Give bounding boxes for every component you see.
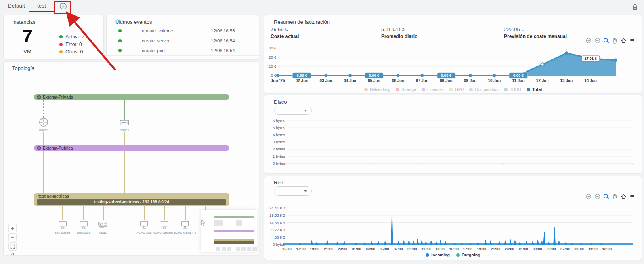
menu-icon[interactable] <box>629 194 635 199</box>
svg-text:01:00: 01:00 <box>352 247 361 251</box>
topology-zoom-in-button[interactable]: + <box>8 224 17 232</box>
zoom-in-icon[interactable] <box>586 38 592 44</box>
svg-text:02 Jun: 02 Jun <box>296 78 308 83</box>
legend-dot-icon <box>449 88 453 91</box>
instances-title: Instancias <box>12 19 36 25</box>
legend-dot-icon <box>469 88 473 91</box>
tab-default[interactable]: Default <box>8 3 25 9</box>
svg-text:14.65 KB: 14.65 KB <box>269 220 285 225</box>
port-node[interactable] <box>120 120 129 127</box>
event-row[interactable]: update_volume 12/06 16:55 <box>107 26 259 36</box>
chevron-down-icon <box>304 190 307 192</box>
svg-text:20 €: 20 € <box>269 55 277 59</box>
topology-fit-view-button[interactable] <box>8 242 17 251</box>
svg-text:08 Jun: 08 Jun <box>440 78 453 83</box>
billing-chart[interactable]: 0 €10 €20 €30 €Jun '2502 Jun03 Jun04 Jun… <box>267 44 639 86</box>
network-externa-privada[interactable]: Externa-Privada <box>34 94 229 100</box>
zoom-select-icon[interactable] <box>603 38 609 44</box>
svg-text:4 bytes: 4 bytes <box>273 133 285 137</box>
svg-text:0.00 €: 0.00 € <box>513 73 524 78</box>
legend-item-total[interactable]: Total <box>527 87 542 92</box>
svg-text:07:00: 07:00 <box>560 247 570 251</box>
link-router-externa-privada <box>43 100 44 118</box>
legend-item-networking[interactable]: Networking <box>364 87 391 92</box>
tab-test[interactable]: test <box>29 3 55 9</box>
vm-unit-label: VM <box>15 49 39 55</box>
status-other: Otros: 0 <box>59 48 84 55</box>
svg-text:13:00: 13:00 <box>602 247 612 251</box>
events-title: Últimos eventos <box>115 19 152 25</box>
legend-item-incoming[interactable]: Incoming <box>426 253 450 257</box>
zoom-out-icon[interactable] <box>594 38 600 44</box>
svg-text:21:00: 21:00 <box>491 247 501 251</box>
legend-item-outgoing[interactable]: Outgoing <box>456 253 480 257</box>
event-row[interactable]: create_server 12/06 16:54 <box>107 36 259 46</box>
globe-icon <box>37 146 41 150</box>
disk-chart[interactable]: 6 bytes5 bytes4 bytes3 bytes2 bytes1 byt… <box>267 118 639 168</box>
link-vm-subnet <box>144 206 145 220</box>
svg-text:07 Jun: 07 Jun <box>416 78 428 83</box>
svg-text:10 Jun: 10 Jun <box>488 78 501 83</box>
legend-item-licenses[interactable]: Licenses <box>422 87 443 92</box>
vm-label: gpu1 <box>89 231 117 234</box>
billing-chart-toolbar <box>586 38 635 44</box>
subnet-bar[interactable]: testing-subred-metricas - 192.168.0.0/24 <box>37 199 226 205</box>
link-vm-subnet <box>83 206 84 220</box>
home-icon[interactable] <box>621 194 627 199</box>
network-testing-metricas[interactable]: testing-metricas testing-subred-metricas… <box>34 193 229 206</box>
network-externa-publica[interactable]: Externa-Publica <box>34 145 229 151</box>
legend-item-computation[interactable]: Computation <box>469 87 499 92</box>
pan-icon[interactable] <box>612 38 618 44</box>
svg-text:19:00: 19:00 <box>477 247 487 251</box>
zoom-out-icon[interactable] <box>594 194 600 199</box>
topology-refresh-button[interactable] <box>8 251 17 255</box>
svg-text:04 Jun: 04 Jun <box>344 78 356 83</box>
zoom-in-icon[interactable] <box>586 194 592 199</box>
add-tab-button[interactable] <box>58 2 68 11</box>
link-port-externa-privada <box>124 100 125 120</box>
lock-icon[interactable] <box>632 4 638 11</box>
svg-text:15:00: 15:00 <box>449 247 459 251</box>
network-chart-toolbar <box>586 194 635 199</box>
active-tab-underline <box>29 11 55 12</box>
green-dot-icon <box>456 253 460 257</box>
topology-zoom-out-button[interactable]: − <box>8 233 17 241</box>
menu-icon[interactable] <box>629 38 635 44</box>
home-icon[interactable] <box>621 38 627 44</box>
event-time: 12/06 16:54 <box>205 46 259 55</box>
legend-dot-icon <box>396 88 399 91</box>
status-active: Activa: 7 <box>59 33 84 40</box>
billing-title: Resumen de facturación <box>274 19 330 25</box>
svg-text:11:00: 11:00 <box>421 247 430 251</box>
legend-dot-icon <box>364 88 368 91</box>
network-chart[interactable]: 0 bytes4.88 KB9.77 KB14.65 KB19.53 KB24.… <box>267 200 639 259</box>
pan-icon[interactable] <box>612 194 618 199</box>
svg-text:0.00 €: 0.00 € <box>441 73 452 78</box>
svg-text:2 bytes: 2 bytes <box>273 147 285 151</box>
svg-text:0.00 €: 0.00 € <box>369 73 380 78</box>
disk-title: Disco <box>274 99 287 105</box>
legend-item-gpu[interactable]: GPU <box>449 87 464 92</box>
refresh-icon <box>10 253 15 255</box>
dashboard-root: Default test Instancias 7 VM Activa: 7 E… <box>0 0 644 264</box>
red-dot-icon <box>59 43 63 46</box>
network-card: Red 0 bytes4.88 KB9.77 KB14.65 KB19.53 K… <box>264 176 642 260</box>
svg-text:23:00: 23:00 <box>338 247 348 251</box>
disk-filter-select[interactable] <box>274 106 312 115</box>
link-vm-subnet <box>62 206 63 220</box>
legend-item-storage[interactable]: Storage <box>396 87 416 92</box>
status-dot-icon <box>118 49 122 52</box>
event-row[interactable]: create_port 12/06 16:54 <box>107 46 259 55</box>
svg-text:14 Jun: 14 Jun <box>584 78 597 83</box>
network-filter-select[interactable] <box>274 186 312 196</box>
vm-label: vCPU-GBram-2 <box>171 231 199 234</box>
svg-text:0 bytes: 0 bytes <box>273 161 285 165</box>
topology-minimap[interactable] <box>201 210 257 252</box>
zoom-select-icon[interactable] <box>603 194 609 199</box>
router-node[interactable] <box>39 118 48 129</box>
svg-text:05:00: 05:00 <box>547 247 556 251</box>
instances-card: Instancias 7 VM Activa: 7 Error: 0 Otros… <box>3 15 104 59</box>
legend-item-bbdd[interactable]: BBDD <box>504 87 521 92</box>
link-vm-subnet <box>185 206 186 220</box>
status-error: Error: 0 <box>59 40 84 48</box>
